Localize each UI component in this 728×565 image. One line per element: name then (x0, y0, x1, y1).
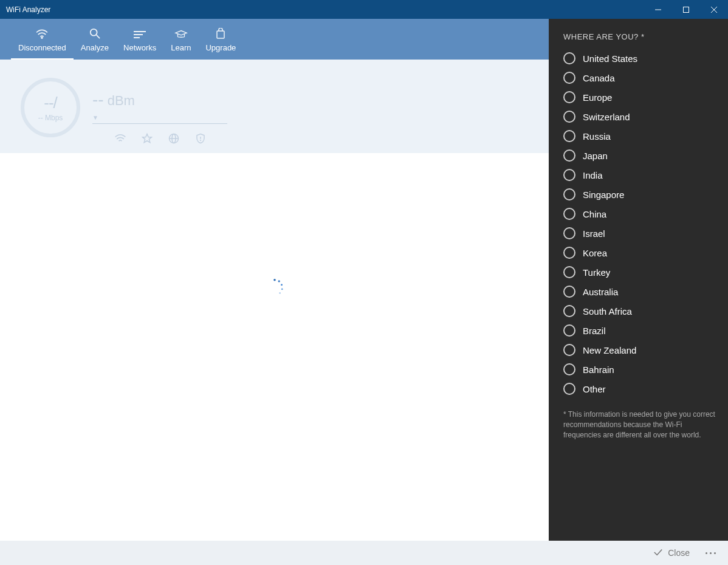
radio-label: India (583, 170, 603, 180)
radio-israel[interactable]: Israel (563, 227, 716, 239)
radio-label: Other (583, 384, 606, 394)
close-panel-button[interactable]: Close (653, 548, 690, 558)
tab-label: Networks (123, 43, 156, 52)
radio-canada[interactable]: Canada (563, 72, 716, 84)
dot-icon (714, 552, 716, 554)
content-area (0, 153, 549, 541)
globe-icon[interactable] (168, 132, 180, 145)
tab-networks[interactable]: Networks (116, 19, 163, 60)
magnifier-icon (89, 28, 100, 41)
dbm-unit: dBm (108, 93, 135, 109)
loading-spinner-icon (264, 276, 286, 301)
dot-icon (710, 552, 712, 554)
speed-gauge: --/ -- Mbps (21, 78, 80, 137)
tab-label: Analyze (81, 43, 109, 52)
svg-point-15 (201, 140, 201, 141)
star-icon[interactable] (141, 132, 153, 145)
radio-south-africa[interactable]: South Africa (563, 305, 716, 317)
check-icon (653, 548, 663, 558)
radio-label: Singapore (583, 190, 624, 200)
info-icons-row (114, 132, 207, 145)
radio-icon (563, 266, 575, 278)
radio-icon (563, 149, 575, 162)
status-summary: --/ -- Mbps -- dBm ▼ (0, 60, 549, 153)
tab-analyze[interactable]: Analyze (74, 19, 116, 60)
maximize-button[interactable] (672, 0, 700, 19)
radio-europe[interactable]: Europe (563, 91, 716, 103)
dot-icon (706, 552, 707, 554)
radio-other[interactable]: Other (563, 383, 716, 395)
radio-new-zealand[interactable]: New Zealand (563, 344, 716, 356)
radio-india[interactable]: India (563, 169, 716, 181)
svg-point-19 (281, 289, 283, 290)
radio-label: Switzerland (583, 112, 630, 122)
radio-turkey[interactable]: Turkey (563, 266, 716, 278)
svg-point-20 (279, 292, 280, 293)
radio-label: Russia (583, 131, 611, 142)
radio-label: Israel (583, 228, 605, 239)
gauge-speed: -- Mbps (38, 114, 63, 122)
location-panel: WHERE ARE YOU? * United States Canada Eu… (549, 19, 728, 541)
radio-korea[interactable]: Korea (563, 247, 716, 259)
radio-icon (563, 383, 575, 395)
radio-label: Bahrain (583, 365, 614, 375)
radio-china[interactable]: China (563, 208, 716, 220)
radio-label: China (583, 209, 606, 219)
tab-disconnected[interactable]: Disconnected (11, 19, 74, 60)
radio-singapore[interactable]: Singapore (563, 188, 716, 200)
radio-icon (563, 344, 575, 356)
left-column: Disconnected Analyze Networks (0, 19, 549, 541)
wifi-icon (35, 29, 49, 41)
window-title: WiFi Analyzer (0, 5, 50, 14)
minimize-button[interactable] (644, 0, 672, 19)
footer-bar: Close (0, 541, 728, 565)
signal-dbm: -- dBm ▼ (92, 90, 227, 124)
radio-russia[interactable]: Russia (563, 130, 716, 142)
app-body: Disconnected Analyze Networks (0, 19, 728, 541)
svg-point-17 (278, 281, 280, 282)
gauge-value: --/ (44, 94, 57, 112)
radio-icon (563, 52, 575, 64)
radio-icon (563, 111, 575, 123)
svg-line-6 (97, 35, 100, 38)
more-button[interactable] (702, 549, 719, 558)
bag-icon (216, 28, 225, 41)
tab-learn[interactable]: Learn (163, 19, 198, 60)
radio-icon (563, 305, 575, 317)
radio-united-states[interactable]: United States (563, 52, 716, 64)
shield-icon[interactable] (194, 132, 207, 145)
svg-point-4 (42, 37, 43, 38)
list-icon (134, 30, 146, 41)
radio-label: Europe (583, 92, 612, 103)
window-controls (644, 0, 728, 19)
divider (92, 123, 227, 124)
tab-label: Upgrade (205, 43, 236, 52)
radio-label: Brazil (583, 326, 606, 336)
radio-brazil[interactable]: Brazil (563, 324, 716, 337)
radio-australia[interactable]: Australia (563, 286, 716, 298)
radio-label: United States (583, 53, 637, 64)
panel-disclaimer: * This information is needed to give you… (563, 409, 716, 440)
radio-icon (563, 208, 575, 220)
signal-strength-icon[interactable] (114, 132, 126, 145)
svg-rect-1 (684, 7, 689, 12)
radio-japan[interactable]: Japan (563, 149, 716, 162)
radio-icon (563, 169, 575, 181)
chevron-down-icon[interactable]: ▼ (92, 114, 227, 121)
main-toolbar: Disconnected Analyze Networks (0, 19, 549, 60)
radio-icon (563, 363, 575, 375)
tab-upgrade[interactable]: Upgrade (198, 19, 243, 60)
tab-label: Learn (171, 43, 191, 52)
radio-label: Canada (583, 73, 615, 83)
radio-label: South Africa (583, 306, 632, 317)
radio-label: New Zealand (583, 345, 636, 355)
radio-icon (563, 91, 575, 103)
panel-title: WHERE ARE YOU? * (563, 32, 716, 41)
radio-bahrain[interactable]: Bahrain (563, 363, 716, 375)
close-window-button[interactable] (700, 0, 728, 19)
dbm-value: -- (92, 90, 104, 109)
radio-icon (563, 286, 575, 298)
radio-switzerland[interactable]: Switzerland (563, 111, 716, 123)
location-options: United States Canada Europe Switzerland … (563, 52, 716, 395)
tab-label: Disconnected (18, 43, 66, 52)
